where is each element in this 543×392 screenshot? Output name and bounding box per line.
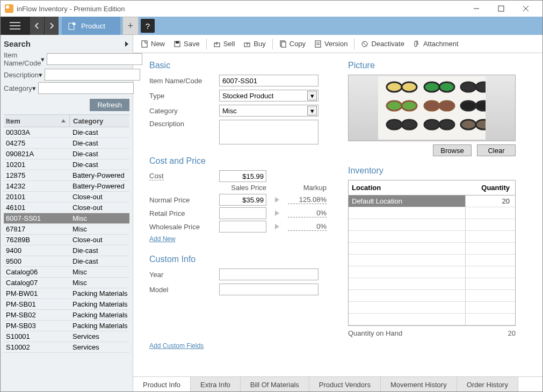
table-row[interactable]: 12875Battery-Powered bbox=[4, 170, 129, 181]
table-row[interactable]: 9400Die-cast bbox=[4, 245, 129, 256]
retail-markup[interactable]: 0% bbox=[288, 209, 327, 217]
table-row[interactable]: PM-SB03Packing Materials bbox=[4, 321, 129, 331]
inv-header-location[interactable]: Location bbox=[349, 184, 466, 192]
svg-point-34 bbox=[461, 82, 476, 92]
dropdown-icon[interactable]: ▾ bbox=[41, 55, 45, 63]
attachment-button[interactable]: Attachment bbox=[409, 35, 463, 53]
tab-extra-info[interactable]: Extra Info bbox=[191, 377, 241, 392]
version-button[interactable]: Version bbox=[310, 35, 352, 53]
section-picture-title: Picture bbox=[348, 61, 531, 70]
dropdown-icon[interactable]: ▾ bbox=[39, 71, 42, 79]
inventory-row-empty[interactable] bbox=[349, 314, 515, 325]
qoh-label: Quantity on Hand bbox=[348, 329, 508, 337]
dropdown-icon[interactable]: ▾ bbox=[32, 84, 36, 92]
inventory-row-empty[interactable] bbox=[349, 243, 515, 255]
search-description-input[interactable] bbox=[45, 69, 140, 81]
retailprice-label: Retail Price bbox=[149, 209, 219, 217]
nav-back-button[interactable] bbox=[30, 17, 44, 35]
retailprice-input[interactable] bbox=[219, 207, 266, 219]
clear-button[interactable]: Clear bbox=[477, 144, 516, 156]
tab-bom[interactable]: Bill Of Materials bbox=[241, 377, 309, 392]
tab-movement-history[interactable]: Movement History bbox=[381, 377, 457, 392]
sort-asc-icon[interactable] bbox=[61, 118, 66, 124]
svg-point-32 bbox=[424, 82, 439, 92]
year-input[interactable] bbox=[219, 268, 318, 280]
save-button[interactable]: Save bbox=[169, 35, 204, 53]
table-row[interactable]: 090821ADie-cast bbox=[4, 149, 129, 159]
model-input[interactable] bbox=[219, 284, 318, 295]
help-button[interactable]: ? bbox=[141, 19, 155, 33]
inventory-row-empty[interactable] bbox=[349, 290, 515, 302]
nav-forward-button[interactable] bbox=[45, 17, 59, 35]
svg-point-36 bbox=[387, 101, 402, 111]
grid-header-category[interactable]: Category bbox=[69, 115, 129, 127]
table-row[interactable]: PM-SB01Packing Materials bbox=[4, 299, 129, 310]
table-row[interactable]: 6007-SS01Misc bbox=[4, 213, 129, 224]
menu-button[interactable] bbox=[1, 17, 30, 35]
inventory-row-empty[interactable] bbox=[349, 302, 515, 314]
normalprice-input[interactable] bbox=[219, 194, 266, 206]
normal-markup[interactable]: 125.08% bbox=[288, 195, 327, 204]
add-tab-button[interactable]: + bbox=[122, 17, 139, 35]
buy-button[interactable]: Buy bbox=[239, 35, 270, 53]
sell-button[interactable]: Sell bbox=[209, 35, 240, 53]
table-row[interactable]: 14232Battery-Powered bbox=[4, 181, 129, 192]
table-row[interactable]: 10201Die-cast bbox=[4, 159, 129, 170]
category-select[interactable]: Misc▾ bbox=[219, 105, 318, 117]
collapse-icon[interactable] bbox=[124, 41, 129, 47]
copy-button[interactable]: Copy bbox=[275, 35, 310, 53]
add-new-price-link[interactable]: Add New bbox=[149, 235, 176, 243]
svg-rect-15 bbox=[176, 41, 179, 43]
table-row[interactable]: Catalog06Misc bbox=[4, 267, 129, 278]
cost-input[interactable] bbox=[219, 170, 266, 182]
inventory-row-empty[interactable] bbox=[349, 255, 515, 266]
add-custom-fields-link[interactable]: Add Custom Fields bbox=[149, 342, 204, 350]
new-button[interactable]: New bbox=[136, 35, 169, 53]
grid-header-item[interactable]: Item bbox=[6, 117, 20, 125]
table-row[interactable]: 04275Die-cast bbox=[4, 138, 129, 149]
tab-product-vendors[interactable]: Product Vendors bbox=[309, 377, 381, 392]
tab-order-history[interactable]: Order History bbox=[457, 377, 518, 392]
product-picture[interactable] bbox=[348, 75, 516, 141]
maximize-button[interactable] bbox=[489, 1, 513, 16]
inventory-row-empty[interactable] bbox=[349, 231, 515, 243]
table-row[interactable]: PM-BW01Packing Materials bbox=[4, 288, 129, 299]
table-row[interactable]: 67817Misc bbox=[4, 224, 129, 235]
deactivate-icon bbox=[361, 40, 368, 48]
inventory-row[interactable]: Default Location20 bbox=[349, 195, 515, 207]
inventory-row-empty[interactable] bbox=[349, 219, 515, 231]
search-itemname-input[interactable] bbox=[47, 53, 142, 65]
wholesaleprice-input[interactable] bbox=[219, 221, 266, 233]
table-row[interactable]: 46101Close-out bbox=[4, 202, 129, 213]
inventory-row-empty[interactable] bbox=[349, 266, 515, 278]
inventory-row-empty[interactable] bbox=[349, 207, 515, 219]
close-button[interactable] bbox=[513, 1, 538, 16]
search-category-input[interactable] bbox=[38, 82, 134, 94]
wholesale-markup[interactable]: 0% bbox=[288, 222, 327, 231]
minimize-button[interactable] bbox=[464, 1, 489, 16]
tab-product[interactable]: + Product bbox=[62, 17, 120, 35]
tab-product-info[interactable]: Product Info bbox=[133, 377, 191, 392]
search-itemname-label: Item Name/Code bbox=[4, 51, 41, 67]
table-row[interactable]: 00303ADie-cast bbox=[4, 127, 129, 138]
description-input[interactable] bbox=[219, 120, 318, 144]
inv-header-quantity[interactable]: Quantity bbox=[466, 184, 515, 192]
deactivate-button[interactable]: Deactivate bbox=[357, 35, 408, 53]
type-select[interactable]: Stocked Product▾ bbox=[219, 90, 318, 101]
table-row[interactable]: 76289BClose-out bbox=[4, 235, 129, 245]
table-row[interactable]: S10002Services bbox=[4, 342, 129, 353]
inventory-row-empty[interactable] bbox=[349, 278, 515, 290]
table-row[interactable]: PM-SB02Packing Materials bbox=[4, 310, 129, 321]
table-row[interactable]: 9500Die-cast bbox=[4, 256, 129, 267]
browse-button[interactable]: Browse bbox=[433, 144, 472, 156]
table-row[interactable]: 20101Close-out bbox=[4, 192, 129, 202]
table-row[interactable]: S10001Services bbox=[4, 331, 129, 342]
refresh-button[interactable]: Refresh bbox=[90, 99, 129, 111]
play-icon[interactable] bbox=[266, 210, 288, 216]
table-row[interactable]: Catalog07Misc bbox=[4, 278, 129, 288]
play-icon[interactable] bbox=[266, 223, 288, 230]
buy-icon bbox=[243, 40, 251, 48]
chevron-down-icon: ▾ bbox=[307, 106, 317, 115]
play-icon[interactable] bbox=[266, 197, 288, 203]
itemname-input[interactable] bbox=[219, 75, 318, 86]
